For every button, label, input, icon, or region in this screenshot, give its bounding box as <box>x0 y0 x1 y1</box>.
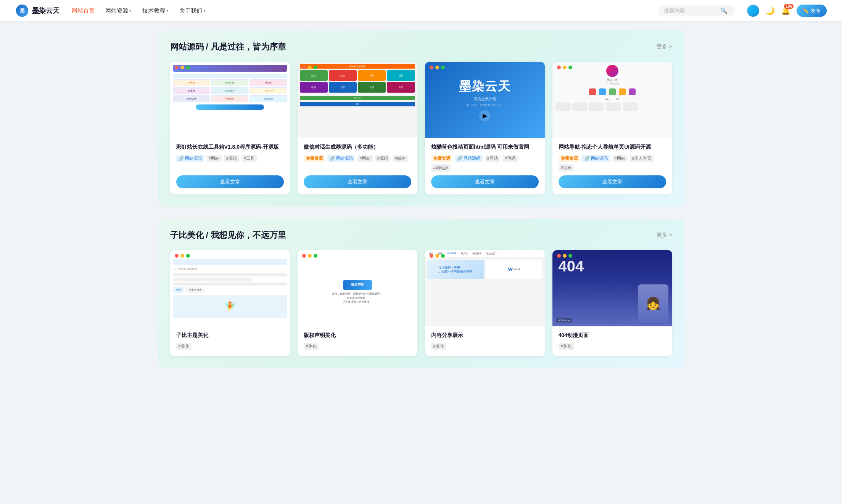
card-tags-z2: #美化 <box>304 343 411 350</box>
cards-grid-1: IP查询 站长工具 域名查 备案查 SEO分析 HTTP工具 MySQL管 子域… <box>170 62 672 194</box>
card-dots-z4 <box>557 254 572 258</box>
view-article-btn-2[interactable]: 查看文章 <box>304 175 411 188</box>
card-tags-4: 免费资源 🔗 网站源码 #网站 #个人主页 #引导 <box>559 155 666 172</box>
card-tags-1: 🔗 网站源码 #网站 #源码 #工具 <box>176 155 284 162</box>
tag-code: #代码 <box>502 155 518 162</box>
tag-website: #网站 <box>485 155 500 162</box>
card-body-2: 微信对话生成器源码（多功能） 免费资源 🔗 网站源码 #网站 #源码 #微信 查… <box>298 138 417 194</box>
notification-button[interactable]: 🔔 196 <box>781 6 790 15</box>
card-body-z2: 版权声明美化 #美化 <box>298 326 417 356</box>
chevron-down-icon: ▾ <box>129 8 132 13</box>
card-dots-3 <box>430 66 445 69</box>
card-dots-4 <box>557 66 572 69</box>
dot-yellow <box>435 66 439 69</box>
card-zibi-1: （下单后可查看结果） 处理 全 技术 服务 🧚 子比主 <box>170 250 290 356</box>
card-body-z1: 子比主题美化 #美化 <box>170 326 290 356</box>
card-screenshot-2: 微信对话生成器 微信 红包 转账 语音 视频 位置 文件 表情 支付宝 QQ <box>298 62 417 138</box>
dot-red <box>302 66 306 69</box>
chevron-down-icon: ▾ <box>203 8 206 13</box>
card-dots-z1 <box>175 254 190 258</box>
tag-beautify: #美化 <box>431 343 446 350</box>
tag-source: 🔗 网站源码 <box>455 155 483 162</box>
section-website-source: 网站源码 / 凡是过往，皆为序章 更多 > IP查询 <box>158 30 684 207</box>
publish-button[interactable]: ✏️ 发布 <box>797 5 827 17</box>
card-img-placeholder-z2: 版权声明 参考，如有侵权，联系站长进行删除处理。对其真实性负责，访客发现请向站长… <box>298 250 417 326</box>
dot-green <box>314 254 317 258</box>
section-zibi: 子比美化 / 我想见你，不远万里 更多 > （下单后可查看结果） <box>158 219 684 369</box>
card-img-placeholder-z3: 首页 社区 发现板块 用户仪 辅助板块 站点地图 专心做好一件事力创造一个有质量… <box>425 250 545 326</box>
dot-green <box>186 66 190 69</box>
card-dots-2 <box>302 66 317 69</box>
dot-yellow <box>308 66 312 69</box>
dot-red <box>557 66 561 69</box>
nav-item-resources[interactable]: 网站资源 ▾ <box>105 7 132 14</box>
card-zibi-4: 404 👧 404 Page 404动漫页面 #美化 <box>552 250 672 356</box>
tag-free: 免费资源 <box>304 155 325 162</box>
section-more-2[interactable]: 更多 > <box>657 232 672 239</box>
card-body-z3: 内容分享展示 #美化 <box>425 326 545 356</box>
view-article-btn-3[interactable]: 查看文章 <box>431 175 539 188</box>
card-img-placeholder-z4: 404 👧 404 Page <box>552 250 672 326</box>
card-tags-z1: #美化 <box>176 343 284 350</box>
card-tags-z3: #美化 <box>431 343 539 350</box>
globe-icon[interactable]: 🌐 <box>747 5 759 17</box>
section-title-1: 网站源码 / 凡是过往，皆为序章 <box>170 41 286 53</box>
card-title-1: 彩虹站长在线工具箱V1.8.0程序源码-开源版 <box>176 143 284 151</box>
card-screenshot-z2: 版权声明 参考，如有侵权，联系站长进行删除处理。对其真实性负责，访客发现请向站长… <box>298 250 417 326</box>
tag-wechat: #微信 <box>393 155 408 162</box>
dot-red <box>557 254 561 258</box>
card-tags-2: 免费资源 🔗 网站源码 #网站 #源码 #微信 <box>304 155 411 162</box>
card-img-placeholder-z1: （下单后可查看结果） 处理 全 技术 服务 🧚 <box>170 250 290 326</box>
dot-red <box>302 254 306 258</box>
dot-yellow <box>435 254 439 258</box>
dot-yellow <box>563 254 567 258</box>
card-img-placeholder: IP查询 站长工具 域名查 备案查 SEO分析 HTTP工具 MySQL管 子域… <box>170 62 290 138</box>
card-body-3: 炫酷蓝色投稿页面html源码 可用来做官网 免费资源 🔗 网站源码 #网站 #代… <box>425 138 545 194</box>
card-screenshot-z4: 404 👧 404 Page <box>552 250 672 326</box>
dot-red <box>430 254 433 258</box>
moon-icon[interactable]: 🌙 <box>765 6 775 15</box>
nav-item-about[interactable]: 关于我们 ▾ <box>179 7 206 14</box>
dot-green <box>441 254 445 258</box>
tag-tool: #工具 <box>241 155 257 162</box>
nav-tab: 用户仪 <box>459 251 469 256</box>
tag-free: 免费资源 <box>431 155 452 162</box>
card-title-2: 微信对话生成器源码（多功能） <box>304 143 411 151</box>
navbar: 墨 墨染云天 网站首页 网站资源 ▾ 技术教程 ▾ 关于我们 ▾ 🔍 🌐 🌙 🔔… <box>0 0 842 21</box>
tag-free: 免费资源 <box>559 155 580 162</box>
nav-item-tutorial[interactable]: 技术教程 ▾ <box>142 7 169 14</box>
dot-yellow <box>180 66 184 69</box>
cards-grid-2: （下单后可查看结果） 处理 全 技术 服务 🧚 子比主 <box>170 250 672 356</box>
view-article-btn-4[interactable]: 查看文章 <box>559 175 666 188</box>
logo-text: 墨染云天 <box>32 6 60 15</box>
dot-green <box>186 254 190 258</box>
search-bar: 🔍 <box>658 5 735 16</box>
tag-source: 🔗 网站源码 <box>176 155 204 162</box>
section-more-1[interactable]: 更多 > <box>657 43 672 50</box>
dot-green <box>441 66 445 69</box>
card-title-z3: 内容分享展示 <box>431 332 539 339</box>
logo[interactable]: 墨 墨染云天 <box>15 4 60 18</box>
card-body-4: 网站导航-拟态个人导航单页UI源码开源 免费资源 🔗 网站源码 #网站 #个人主… <box>552 138 672 194</box>
card-tags-z4: #美化 <box>559 343 666 350</box>
dot-yellow <box>180 254 184 258</box>
card-screenshot-z3: 首页 社区 发现板块 用户仪 辅助板块 站点地图 专心做好一件事力创造一个有质量… <box>425 250 545 326</box>
tag-source: 🔗 网站源码 <box>327 155 355 162</box>
dot-red <box>175 66 179 69</box>
dot-yellow <box>308 254 312 258</box>
nav-links: 网站首页 网站资源 ▾ 技术教程 ▾ 关于我们 ▾ <box>72 7 646 14</box>
card-body-z4: 404动漫页面 #美化 <box>552 326 672 356</box>
dot-green <box>568 66 572 69</box>
search-input[interactable] <box>664 8 717 14</box>
section-header-1: 网站源码 / 凡是过往，皆为序章 更多 > <box>170 41 672 53</box>
tag-source: 🔗 网站源码 <box>582 155 610 162</box>
tag-beautify: #美化 <box>176 343 192 350</box>
tag-code: #源码 <box>375 155 390 162</box>
view-article-btn-1[interactable]: 查看文章 <box>176 175 284 188</box>
card-dots-z2 <box>302 254 317 258</box>
search-icon[interactable]: 🔍 <box>720 7 728 14</box>
section-header-2: 子比美化 / 我想见你，不远万里 更多 > <box>170 230 672 241</box>
chevron-down-icon: ▾ <box>166 8 169 13</box>
card-title-3: 炫酷蓝色投稿页面html源码 可用来做官网 <box>431 143 539 151</box>
nav-item-home[interactable]: 网站首页 <box>72 7 95 14</box>
